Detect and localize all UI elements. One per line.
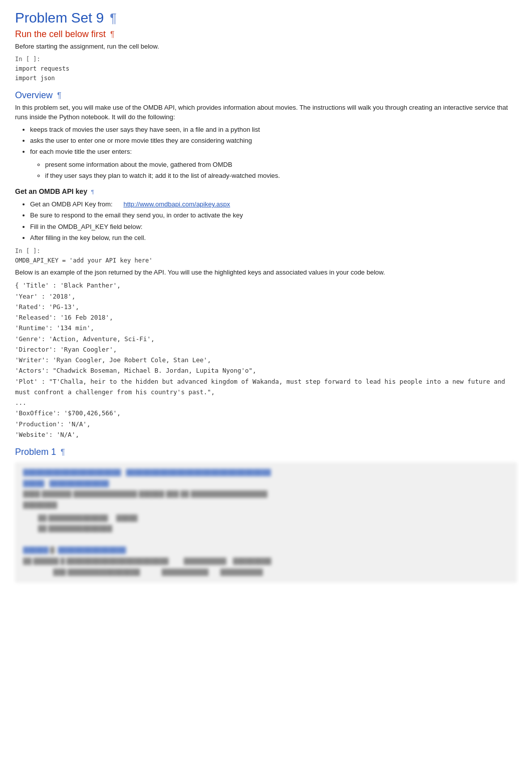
list-item: After filling in the key below, run the … [30,232,517,243]
list-item: Fill in the OMDB_API_KEY field below: [30,221,517,232]
problem1-pilcrow: ¶ [61,447,65,456]
code-line-2: import json [15,74,517,83]
json-line: { 'Title' : 'Black Panther', [15,280,517,291]
api-bullet-0: Get an OMDB API Key from: [30,200,113,208]
json-line: 'Released': '16 Feb 2018', [15,312,517,323]
list-item-text: for each movie title the user enters: [30,148,132,155]
overview-title-text: Overview [15,90,53,100]
list-item: asks the user to enter one or more movie… [30,135,517,146]
list-item: for each movie title the user enters: pr… [30,146,517,181]
get-api-section: Get an OMDB API key ¶ Get an OMDB API Ke… [15,186,517,243]
json-line: 'BoxOffice': '$700,426,566', [15,408,517,418]
get-api-pilcrow: ¶ [91,188,94,195]
subtitle-pilcrow: ¶ [110,30,115,39]
code-block-apikey: OMDB_API_KEY = 'add your API key here' [15,256,517,266]
code-line-1: import requests [15,64,517,74]
json-intro-paragraph: Below is an example of the json returned… [15,268,517,278]
subtitle-heading: Run the cell below first ¶ [15,29,517,40]
list-item: if they user says they plan to watch it;… [45,170,517,181]
intro-paragraph: Before starting the assignment, run the … [15,42,517,52]
cell-label-1: In [ ]: [15,55,517,64]
code-block-1: import requests import json [15,64,517,83]
blurred-text-block: ███████████████████████ ████████████████… [23,467,509,578]
code-line-apikey: OMDB_API_KEY = 'add your API key here' [15,256,517,266]
json-line: 'Director': 'Ryan Coogler', [15,344,517,355]
problem1-title-text: Problem 1 [15,447,56,457]
list-item: Get an OMDB API Key from: http://www.omd… [30,199,517,210]
json-line: 'Plot' : "T'Challa, heir to the hidden b… [15,376,517,398]
list-item: keeps track of movies the user says they… [30,124,517,135]
json-block: { 'Title' : 'Black Panther', 'Year' : '2… [15,280,517,440]
overview-pilcrow: ¶ [57,91,62,100]
cell-label-2: In [ ]: [15,246,517,255]
overview-heading: Overview ¶ [15,90,517,101]
json-line: 'Genre': 'Action, Adventure, Sci-Fi', [15,334,517,344]
json-line: ... [15,397,517,408]
blurred-problem1-content: ███████████████████████ ████████████████… [15,462,517,583]
json-line: 'Writer': 'Ryan Coogler, Joe Robert Cole… [15,355,517,365]
json-line: 'Runtime': '134 min', [15,323,517,333]
api-link[interactable]: http://www.omdbapi.com/apikey.aspx [123,200,230,208]
get-api-heading-p: Get an OMDB API key ¶ [15,186,517,197]
api-bullet-list: Get an OMDB API Key from: http://www.omd… [30,199,517,243]
page-title: Problem Set 9 ¶ [15,10,517,26]
nested-bullet-list: present some information about the movie… [45,159,517,181]
list-item: present some information about the movie… [45,159,517,170]
overview-paragraph: In this problem set, you will make use o… [15,103,517,122]
json-line: 'Year' : '2018', [15,291,517,302]
title-pilcrow: ¶ [110,11,117,25]
get-api-title-text: Get an OMDB API key [15,187,87,195]
json-line: 'Rated': 'PG-13', [15,302,517,312]
json-line: 'Production': 'N/A', [15,419,517,429]
title-text: Problem Set 9 [15,10,104,26]
problem1-heading: Problem 1 ¶ [15,447,517,457]
list-item: Be sure to respond to the email they sen… [30,210,517,221]
subtitle-text: Run the cell below first [15,29,106,39]
json-line: 'Website': 'N/A', [15,429,517,440]
overview-bullet-list: keeps track of movies the user says they… [30,124,517,181]
json-line: 'Actors': "Chadwick Boseman, Michael B. … [15,365,517,376]
